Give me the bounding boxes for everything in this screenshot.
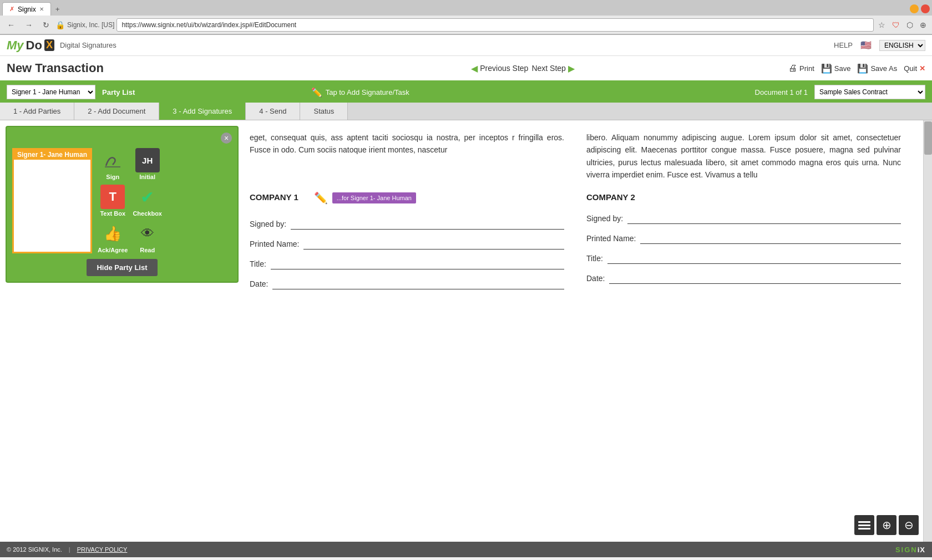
zoom-out-btn[interactable]: ⊖ xyxy=(899,515,919,535)
refresh-btn[interactable]: ↻ xyxy=(39,19,53,31)
company2-title: Title: xyxy=(586,253,901,264)
print-icon: 🖨 xyxy=(788,63,797,73)
zoom-list-line1 xyxy=(858,521,870,523)
ackagree-label: Ack/Agree xyxy=(98,247,128,253)
tool-ackagree[interactable]: 👍 Ack/Agree xyxy=(98,221,128,253)
checkbox-icon: ✔ xyxy=(135,185,160,209)
tool-textbox[interactable]: T Text Box xyxy=(98,185,128,217)
zoom-in-icon: ⊕ xyxy=(882,518,892,532)
title-label2: Title: xyxy=(586,254,603,263)
tool-sign[interactable]: Sign xyxy=(98,148,128,180)
zoom-list-btn[interactable] xyxy=(854,515,874,535)
signed-by-line2 xyxy=(627,213,901,224)
logo-x: X xyxy=(44,39,54,51)
company1-section: COMPANY 1 ✏️ ...for Signer 1- Jane Human… xyxy=(250,192,564,298)
title-label1: Title: xyxy=(250,259,266,268)
main-content: × Signer 1- Jane Human Sign JH Initial xyxy=(0,120,932,542)
textbox-icon: T xyxy=(100,185,125,209)
copyright-text: © 2012 SIGNIX, Inc. xyxy=(7,546,62,553)
scrollbar-thumb[interactable] xyxy=(924,121,932,155)
hide-party-list-btn[interactable]: Hide Party List xyxy=(87,259,157,276)
signer-tag[interactable]: ...for Signer 1- Jane Human xyxy=(332,192,416,203)
footer-brand-x: iX xyxy=(918,546,925,554)
signed-by-line1 xyxy=(291,218,564,230)
read-label: Read xyxy=(140,247,155,253)
save-as-icon: 💾 xyxy=(857,63,868,74)
star-icon[interactable]: ☆ xyxy=(876,19,888,30)
forward-btn[interactable]: → xyxy=(21,19,37,31)
tab-add-parties[interactable]: 1 - Add Parties xyxy=(0,103,74,120)
green-bar: Signer 1 - Jane Human Party List ✏️ Tap … xyxy=(0,82,932,103)
language-select[interactable]: ENGLISH xyxy=(879,40,925,51)
tool-checkbox[interactable]: ✔ Checkbox xyxy=(132,185,162,217)
tool-initial[interactable]: JH Initial xyxy=(132,148,162,180)
tab-favicon: ✗ xyxy=(9,6,14,13)
signed-by-label1: Signed by: xyxy=(250,220,286,228)
nav-bar: ← → ↻ 🔒 Signix, Inc. [US] ☆ 🛡 ⬡ ⊕ xyxy=(0,16,932,34)
help-link[interactable]: HELP xyxy=(834,41,853,49)
new-tab-btn[interactable]: + xyxy=(51,3,64,15)
logo-my: My xyxy=(7,38,24,53)
tab-add-document[interactable]: 2 - Add Document xyxy=(74,103,159,120)
app-logo: MyDoX Digital Signatures xyxy=(7,38,116,53)
tab-add-signatures[interactable]: 3 - Add Signatures xyxy=(159,103,246,120)
zoom-in-btn[interactable]: ⊕ xyxy=(877,515,896,535)
doc-left-text: eget, consequat quis, ass aptent taciti … xyxy=(250,131,564,181)
company-name: Signix, Inc. [US] xyxy=(67,21,114,29)
title-line1 xyxy=(271,258,564,269)
party-panel-close-btn[interactable]: × xyxy=(221,133,232,144)
flag-icon: 🇺🇸 xyxy=(860,40,872,50)
date-line1 xyxy=(272,278,564,289)
quit-action[interactable]: Quit ✕ xyxy=(904,64,925,73)
company2-date: Date: xyxy=(586,273,901,284)
tools-grid: Sign JH Initial T Text Box ✔ Checkbox xyxy=(98,148,163,253)
footer-brand-text: SIGN xyxy=(895,546,918,554)
tab-title: Signix xyxy=(18,6,36,13)
save-icon: 💾 xyxy=(821,63,832,74)
shield-icon[interactable]: 🛡 xyxy=(890,19,902,30)
textbox-label: Text Box xyxy=(100,210,125,217)
party-panel: × Signer 1- Jane Human Sign JH Initial xyxy=(6,126,239,283)
address-bar[interactable] xyxy=(116,18,874,32)
doc-companies: COMPANY 1 ✏️ ...for Signer 1- Jane Human… xyxy=(250,192,901,298)
document-select[interactable]: Sample Sales Contract xyxy=(814,85,925,99)
next-step-button[interactable]: Next Step ▶ xyxy=(531,63,574,74)
tap-add-signature[interactable]: ✏️ Tap to Add Signature/Task xyxy=(311,87,409,98)
extension-icon[interactable]: ⬡ xyxy=(904,19,915,30)
party-select[interactable]: Signer 1 - Jane Human xyxy=(7,85,95,99)
tab-close-btn[interactable]: ✕ xyxy=(39,6,44,12)
print-action[interactable]: 🖨 Print xyxy=(788,63,814,73)
tool-read[interactable]: 👁 Read xyxy=(132,221,162,253)
company1-date: Date: xyxy=(250,278,564,289)
tab-send[interactable]: 4 - Send xyxy=(246,103,300,120)
tab-status[interactable]: Status xyxy=(300,103,348,120)
pencil-inline-icon: ✏️ xyxy=(314,191,328,205)
printed-name-line2 xyxy=(640,233,901,244)
zoom-list-line3 xyxy=(858,528,870,530)
save-action[interactable]: 💾 Save xyxy=(821,63,851,74)
zoom-list-line2 xyxy=(858,525,870,526)
window-minimize-btn[interactable] xyxy=(910,4,919,13)
window-close-btn[interactable] xyxy=(921,4,930,13)
zoom-out-icon: ⊖ xyxy=(904,518,914,532)
prev-step-button[interactable]: ◀ Previous Step xyxy=(471,63,528,74)
quit-icon: ✕ xyxy=(919,64,925,73)
title-line2 xyxy=(607,253,901,264)
save-as-action[interactable]: 💾 Save As xyxy=(857,63,897,74)
logo-do: Do xyxy=(26,38,42,53)
scrollbar[interactable] xyxy=(923,120,932,542)
app-header: MyDoX Digital Signatures HELP 🇺🇸 ENGLISH xyxy=(0,35,932,56)
privacy-policy-link[interactable]: PRIVACY POLICY xyxy=(77,546,128,553)
party-panel-body: Signer 1- Jane Human Sign JH Initial T xyxy=(12,148,232,253)
back-btn[interactable]: ← xyxy=(3,19,19,31)
extension2-icon[interactable]: ⊕ xyxy=(918,19,929,30)
ackagree-icon: 👍 xyxy=(100,221,125,246)
initial-label: Initial xyxy=(139,174,155,180)
doc-text-columns: eget, consequat quis, ass aptent taciti … xyxy=(250,131,901,181)
footer-divider: | xyxy=(69,546,70,553)
company2-section: COMPANY 2 Signed by: Printed Name: Title… xyxy=(586,192,901,298)
printed-name-label1: Printed Name: xyxy=(250,240,299,248)
party-list-label: Party List xyxy=(102,88,135,96)
browser-tab[interactable]: ✗ Signix ✕ xyxy=(2,2,51,16)
tab-bar: ✗ Signix ✕ + xyxy=(0,0,932,16)
